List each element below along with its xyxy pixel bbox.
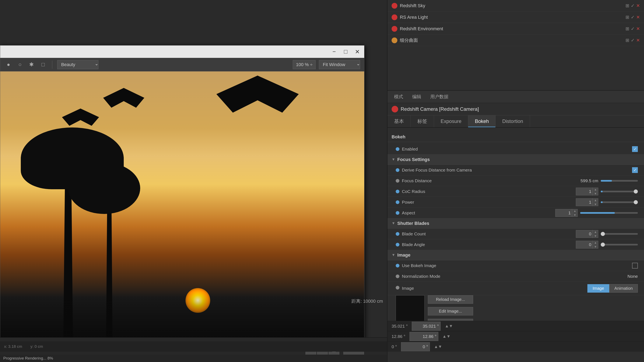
scene-del-icon-3[interactable]: ✕ [636,38,640,43]
blade-count-spinbox[interactable]: ▲ ▼ [576,230,598,238]
scene-grid-icon-1[interactable]: ⊞ [626,14,629,20]
coc-spinbox[interactable]: ▲ ▼ [576,188,598,196]
maximize-button[interactable]: □ [342,48,350,56]
minimize-button[interactable]: − [330,48,338,56]
blade-angle-input[interactable] [576,242,592,247]
scene-item-1[interactable]: RS Area Light ⊞ ✓ ✕ [388,12,644,23]
scene-eye-icon-0[interactable]: ✓ [631,3,634,8]
scene-item-actions-3: ⊞ ✓ ✕ [626,38,640,43]
power-up[interactable]: ▲ [593,198,598,202]
power-input[interactable] [576,200,592,205]
scene-eye-icon-1[interactable]: ✓ [631,14,634,20]
focus-dist-slider[interactable] [601,180,638,182]
coc-input[interactable] [576,189,592,194]
aspect-up[interactable]: ▲ [572,209,578,213]
blade-angle-handle[interactable] [601,242,605,247]
blade-count-down[interactable]: ▼ [593,234,598,238]
coc-handle[interactable] [634,190,638,194]
use-bokeh-checkbox[interactable] [632,263,638,268]
blade-angle-slider[interactable] [601,244,638,246]
scene-item-actions-2: ⊞ ✓ ✕ [626,26,640,32]
coc-down[interactable]: ▼ [593,192,598,196]
tab-btn-image[interactable]: Image [588,284,609,292]
render-pass-select[interactable]: Beauty [57,60,98,69]
coord-bar: x: 3.18 cm y: 0 cm [0,342,387,352]
aspect-down[interactable]: ▼ [572,213,578,217]
reload-image-btn[interactable]: Reload Image... [428,295,473,304]
bokeh-section-header[interactable]: Bokeh [388,132,644,142]
angle-up-1[interactable]: ▲▼ [445,324,453,328]
scene-item-2[interactable]: Redshift Environment ⊞ ✓ ✕ [388,23,644,34]
mode-btn-3[interactable]: 用户数据 [428,92,451,101]
mode-btn-1[interactable]: 模式 [392,92,406,101]
power-label: Power [402,200,574,205]
power-handle[interactable] [634,200,638,204]
scene-list: Redshift Sky ⊞ ✓ ✕ RS Area Light ⊞ ✓ ✕ R… [388,0,644,90]
angle-input-1[interactable] [412,322,440,331]
aspect-spinbox[interactable]: ▲ ▼ [555,209,578,217]
stop-icon[interactable]: ● [4,60,12,69]
blade-angle-spinbox[interactable]: ▲ ▼ [576,241,598,248]
coc-slider[interactable] [601,191,638,192]
scene-item-dot-1 [392,14,397,20]
tab-标签[interactable]: 标签 [411,115,434,127]
tab-distortion[interactable]: Distortion [496,115,530,127]
blade-count-label: Blade Count [402,232,574,236]
angle-up-3[interactable]: ▲▼ [434,344,442,349]
render-progress: Progressive Rendering... 8% [0,354,387,362]
scene-eye-icon-3[interactable]: ✓ [631,38,634,43]
focus-dist-dot [396,179,400,183]
scene-item-3[interactable]: 细分曲面 ⊞ ✓ ✕ [388,34,644,46]
scene-grid-icon-3[interactable]: ⊞ [626,38,629,43]
image-section-header[interactable]: ▼ Image [388,250,644,260]
blade-angle-up[interactable]: ▲ [593,240,598,245]
tab-基本[interactable]: 基本 [388,115,411,127]
blade-count-slider[interactable] [601,233,638,235]
aspect-input[interactable] [556,210,572,216]
close-button[interactable]: ✕ [354,48,361,56]
scene-grid-icon-0[interactable]: ⊞ [626,3,629,8]
tab-btn-animation[interactable]: Animation [609,284,638,292]
derive-checkbox[interactable] [632,167,638,173]
edit-image-btn[interactable]: Edit Image... [428,307,473,316]
scene-eye-icon-2[interactable]: ✓ [631,26,634,32]
derive-focus-row: Derive Focus Distance from Camera [388,165,644,176]
scene-del-icon-1[interactable]: ✕ [636,14,640,20]
coc-up[interactable]: ▲ [593,188,598,192]
focus-settings-header[interactable]: ▼ Focus Settings [388,154,644,165]
power-spinbox[interactable]: ▲ ▼ [576,198,598,206]
shutter-blades-header[interactable]: ▼ Shutter Blades [388,218,644,228]
blade-count-handle[interactable] [601,232,605,236]
blade-count-up[interactable]: ▲ [593,230,598,234]
butterfly-3 [103,88,144,121]
tab-bar: 基本标签ExposureBokehDistortion [388,115,644,128]
power-down[interactable]: ▼ [593,202,598,206]
scene-del-icon-2[interactable]: ✕ [636,26,640,32]
asterisk-icon[interactable]: ✱ [28,60,36,69]
image-row-label: Image [402,286,585,291]
scene-grid-icon-2[interactable]: ⊞ [626,26,629,32]
blade-count-input[interactable] [576,232,592,236]
blade-angle-down[interactable]: ▼ [593,245,598,249]
scene-item-0[interactable]: Redshift Sky ⊞ ✓ ✕ [388,0,644,12]
power-slider[interactable] [601,202,638,203]
bokeh-image-preview [396,295,424,324]
tab-bokeh[interactable]: Bokeh [468,115,496,127]
fit-mode-select[interactable]: Fit Window [319,60,360,69]
angle-input-3[interactable] [401,342,430,351]
mode-btn-2[interactable]: 编辑 [410,92,424,101]
angle-input-2[interactable] [410,332,438,341]
enabled-checkbox[interactable] [632,146,638,152]
square-icon[interactable]: □ [39,60,47,69]
enabled-dot [396,147,400,151]
aspect-slider[interactable] [580,212,638,214]
scene-del-icon-0[interactable]: ✕ [636,3,640,8]
angle-up-2[interactable]: ▲▼ [442,334,451,339]
butterfly-1 [216,76,299,137]
camera-header: Redshift Camera [Redshift Camera] [388,103,644,115]
scene-item-label-2: Redshift Environment [400,26,623,32]
norm-value: None [613,274,638,279]
circle-icon[interactable]: ○ [16,60,24,69]
tab-exposure[interactable]: Exposure [434,115,468,127]
power-row: Power ▲ ▼ [388,197,644,208]
